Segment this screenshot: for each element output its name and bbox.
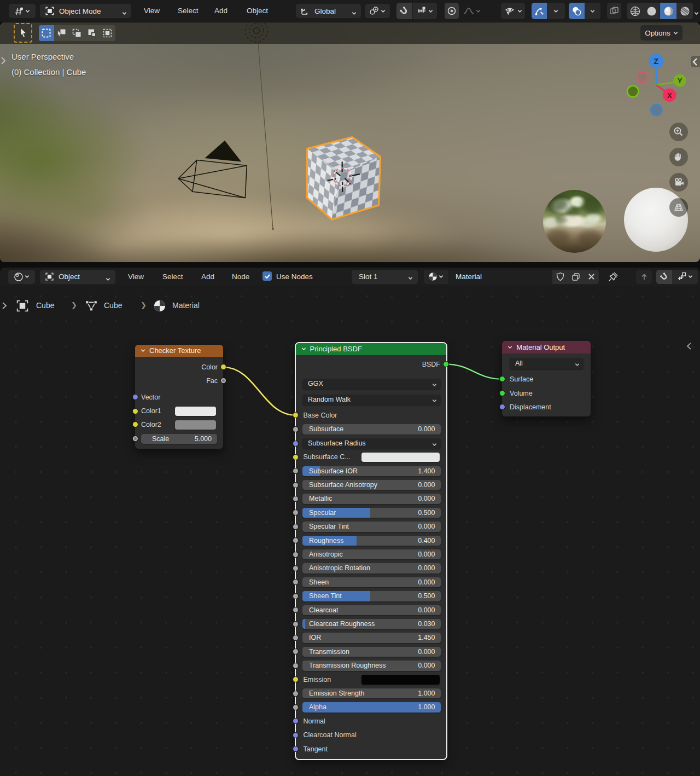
svg-text:Y: Y bbox=[678, 77, 682, 85]
svg-text:Z: Z bbox=[654, 57, 659, 66]
svg-text:X: X bbox=[667, 91, 672, 100]
